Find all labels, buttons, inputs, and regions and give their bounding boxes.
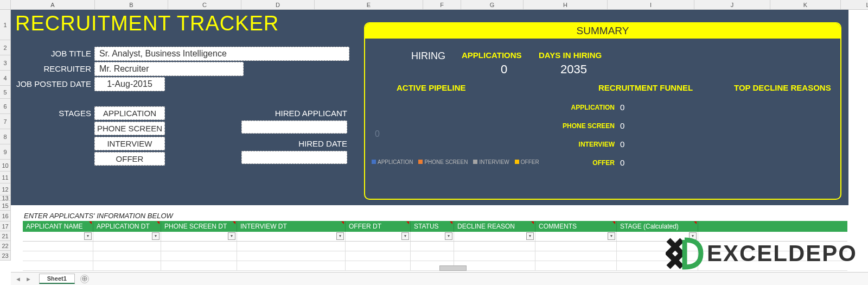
pipeline-zero: 0 [375, 129, 380, 139]
col-header[interactable]: K [770, 0, 841, 9]
funnel-value: 0 [620, 158, 624, 167]
row-header[interactable]: 16 [0, 211, 10, 221]
spreadsheet-area: RECRUITMENT TRACKER JOB TITLE Sr. Analys… [11, 10, 868, 270]
table-caption: ENTER APPLICANTS' INFORMATION BELOW [23, 212, 847, 220]
funnel-value: 0 [620, 103, 624, 112]
row-header[interactable]: 10 [0, 160, 10, 172]
hired-applicant-input[interactable] [241, 121, 347, 134]
filter-button[interactable]: ▾ [84, 232, 92, 240]
summary-active-pipeline: ACTIVE PIPELINE [397, 83, 466, 92]
label-hired-applicant: HIRED APPLICANT [239, 109, 347, 118]
sheet-tabs: ◄► Sheet1 ⊕ [11, 272, 868, 285]
table-col-header[interactable]: APPLICANT NAME [23, 221, 93, 232]
recruiter-input[interactable]: Mr. Recruiter [94, 62, 244, 76]
row-header[interactable]: 23 [0, 251, 10, 261]
col-header[interactable]: H [524, 0, 608, 9]
funnel-label: PHONE SCREEN [539, 122, 615, 130]
stage-offer[interactable]: OFFER [94, 152, 165, 166]
filter-button[interactable]: ▾ [152, 232, 159, 240]
label-stages: STAGES [11, 109, 91, 118]
table-header-row: APPLICANT NAMEAPPLICATION DTPHONE SCREEN… [23, 221, 847, 232]
col-header[interactable]: C [168, 0, 241, 9]
filter-button[interactable]: ▾ [228, 232, 235, 240]
funnel-label: OFFER [539, 159, 615, 167]
label-hired-date: HIRED DATE [239, 139, 347, 148]
add-sheet-button[interactable]: ⊕ [80, 275, 89, 283]
dashboard-panel: RECRUITMENT TRACKER JOB TITLE Sr. Analys… [11, 10, 848, 205]
stage-phone-screen[interactable]: PHONE SCREEN [94, 122, 165, 135]
funnel-value: 0 [620, 140, 624, 149]
filter-button[interactable]: ▾ [689, 232, 697, 240]
filter-button[interactable]: ▾ [608, 232, 615, 240]
row-header[interactable]: 4 [0, 71, 10, 86]
row-header[interactable]: 2 [0, 40, 10, 55]
col-header[interactable]: A [11, 0, 95, 9]
col-header[interactable]: G [461, 0, 524, 9]
sheet-tab-active[interactable]: Sheet1 [39, 274, 75, 284]
col-header[interactable]: I [608, 0, 694, 9]
stage-interview[interactable]: INTERVIEW [94, 137, 165, 150]
col-header[interactable]: L [841, 0, 868, 9]
row-header[interactable]: 17 [0, 221, 10, 231]
filter-button[interactable]: ▾ [526, 232, 534, 240]
applicants-table: ENTER APPLICANTS' INFORMATION BELOW APPL… [23, 212, 847, 271]
table-col-header[interactable]: OFFER DT [346, 221, 411, 232]
filter-button[interactable]: ▾ [336, 232, 344, 240]
stage-application[interactable]: APPLICATION [94, 106, 165, 120]
funnel-label: INTERVIEW [539, 141, 615, 148]
hired-date-input[interactable] [241, 151, 347, 164]
summary-days-val: 2035 [560, 62, 587, 77]
row-header[interactable]: 22 [0, 241, 10, 251]
label-job-title: JOB TITLE [11, 49, 91, 58]
table-col-header[interactable]: PHONE SCREEN DT [161, 221, 237, 232]
filter-button[interactable]: ▾ [445, 232, 452, 240]
row-header[interactable]: 9 [0, 144, 10, 160]
label-recruiter: RECRUITER [11, 64, 91, 73]
row-header[interactable]: 11 [0, 172, 10, 183]
col-header[interactable]: J [694, 0, 770, 9]
table-col-header[interactable]: STAGE (Calculated) [617, 221, 698, 232]
row-headers: 12345678910111213151617212223 [0, 10, 11, 261]
row-header[interactable]: 8 [0, 129, 10, 144]
filter-button[interactable]: ▾ [401, 232, 409, 240]
col-header[interactable]: F [423, 0, 461, 9]
row-header[interactable]: 13 [0, 195, 10, 201]
table-col-header[interactable]: COMMENTS [535, 221, 617, 232]
scroll-indicator[interactable] [439, 265, 467, 271]
summary-hiring-label: HIRING [411, 50, 445, 62]
legend-item: OFFER [515, 159, 539, 165]
job-title-input[interactable]: Sr. Analyst, Business Intelligence [94, 47, 349, 61]
legend-item: PHONE SCREEN [418, 159, 468, 165]
row-header[interactable]: 1 [0, 10, 10, 40]
table-row[interactable] [23, 251, 847, 261]
table-row[interactable] [23, 242, 847, 251]
table-col-header[interactable]: STATUS [411, 221, 454, 232]
col-header[interactable]: B [95, 0, 168, 9]
row-header[interactable]: 7 [0, 114, 10, 129]
funnel-label: APPLICATION [539, 104, 615, 111]
summary-top-decline: TOP DECLINE REASONS [734, 83, 831, 92]
tab-nav[interactable]: ◄► [11, 276, 36, 282]
row-header[interactable]: 6 [0, 99, 10, 114]
summary-applications-label: APPLICATIONS [462, 50, 522, 60]
table-col-header[interactable]: APPLICATION DT [93, 221, 161, 232]
summary-box: SUMMARY HIRING APPLICATIONS 0 DAYS IN HI… [364, 22, 841, 200]
job-posted-input[interactable]: 1-Aug-2015 [94, 77, 165, 91]
row-header[interactable]: 5 [0, 86, 10, 99]
table-col-header[interactable]: INTERVIEW DT [237, 221, 346, 232]
row-header[interactable]: 15 [0, 201, 10, 211]
row-header[interactable]: 21 [0, 231, 10, 241]
row-header[interactable]: 3 [0, 55, 10, 71]
row-header[interactable]: 12 [0, 183, 10, 195]
page-title: RECRUITMENT TRACKER [15, 12, 279, 35]
col-header[interactable]: D [241, 0, 315, 9]
table-row[interactable] [23, 261, 847, 271]
summary-days-label: DAYS IN HIRING [539, 50, 602, 60]
table-filter-row: ▾▾▾▾▾▾▾▾▾ [23, 232, 847, 242]
summary-recruitment-funnel: RECRUITMENT FUNNEL [598, 83, 693, 92]
funnel-value: 0 [620, 121, 624, 130]
legend-item: INTERVIEW [473, 159, 509, 165]
col-header[interactable]: E [315, 0, 423, 9]
summary-header: SUMMARY [365, 23, 840, 39]
table-col-header[interactable]: DECLINE REASON [454, 221, 535, 232]
